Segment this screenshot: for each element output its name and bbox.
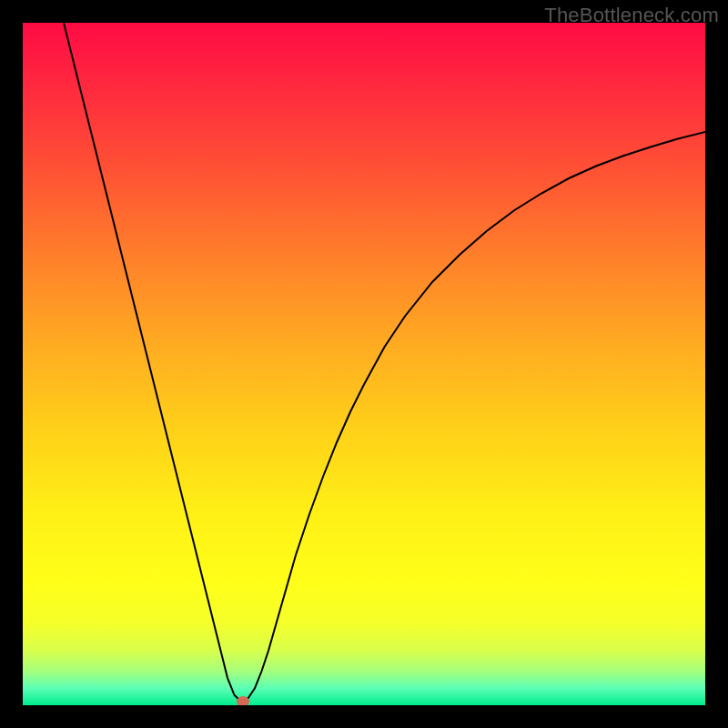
plot-area bbox=[23, 23, 705, 705]
chart-frame: TheBottleneck.com bbox=[0, 0, 728, 728]
optimal-point-marker bbox=[237, 696, 249, 706]
chart-svg bbox=[23, 23, 705, 705]
gradient-background bbox=[23, 23, 705, 705]
